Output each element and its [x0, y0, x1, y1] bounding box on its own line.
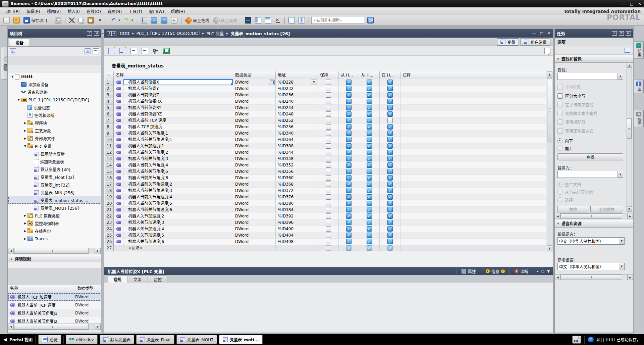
comment-cell[interactable] [400, 117, 546, 124]
comment-cell[interactable] [400, 86, 546, 92]
in-hmi-checkbox[interactable] [387, 220, 393, 225]
comment-cell[interactable] [400, 181, 546, 188]
tree-item-14[interactable]: 变量表_int [32] [8, 181, 101, 189]
tag-name-cell[interactable]: 机器人当前位姿RY [123, 105, 233, 111]
table-row[interactable]: 1机器人当前位姿XDWord%ID228▼ [105, 79, 546, 86]
retain-checkbox[interactable] [326, 245, 331, 251]
edit-doc-icon[interactable] [544, 48, 550, 54]
retain-checkbox[interactable] [326, 175, 331, 181]
tag-name-cell[interactable]: 机器人关节加速度J3 [123, 219, 233, 226]
tag-name-cell[interactable]: 机器人当前关节角度J6 [123, 175, 233, 181]
retain-checkbox[interactable] [326, 201, 331, 206]
datatype-cell[interactable]: DWord [233, 149, 276, 156]
comment-cell[interactable] [400, 149, 546, 156]
datatype-cell[interactable]: DWord [233, 219, 276, 226]
from-hmi-checkbox[interactable] [346, 213, 352, 219]
tree-item-11[interactable]: 添加新变量表 [8, 158, 101, 165]
datatype-cell[interactable]: DWord [233, 156, 276, 162]
tag-name-cell[interactable]: 机器人当前位姿X [123, 79, 233, 86]
search-input[interactable] [313, 18, 363, 23]
from-hmi-checkbox[interactable] [346, 105, 352, 110]
insert-row-button[interactable] [118, 47, 127, 55]
datatype-cell[interactable]: DWord [233, 188, 276, 194]
col-address[interactable]: 地址 [276, 71, 318, 79]
editor-dock-icon[interactable]: ▮ [107, 31, 112, 36]
grid-vscrollbar[interactable]: ▲ ▼ [547, 71, 552, 251]
datatype-cell[interactable]: DWord [233, 117, 276, 124]
menu-item-0[interactable]: 项目(P) [3, 8, 23, 15]
table-row[interactable]: 10机器人当前关节角速度J1DWord%ID364 [105, 137, 546, 143]
chevron-down-icon[interactable]: ▼ [618, 73, 623, 80]
cut-button[interactable] [68, 16, 76, 24]
table-row[interactable]: 22机器人关节加速度J2DWord%ID392 [105, 213, 546, 219]
in-hmi-checkbox[interactable] [387, 92, 393, 98]
in-hmi-checkbox[interactable] [387, 105, 393, 110]
datatype-cell[interactable]: DWord [233, 79, 276, 86]
tree-item-21[interactable]: ▶Traces [8, 235, 101, 243]
address-cell[interactable]: %ID340 [276, 130, 318, 137]
from-hmi-checkbox[interactable] [346, 99, 352, 104]
chevron-expanded-icon[interactable]: ▼ [16, 98, 21, 101]
in-hmi-checkbox[interactable] [387, 137, 393, 142]
tag-name-cell[interactable]: 机器人当前位姿RZ [123, 111, 233, 117]
address-cell[interactable]: %ID248 [276, 111, 318, 117]
expand-panel-icon[interactable]: ▶ [626, 31, 631, 36]
in-hmi-checkbox[interactable] [387, 233, 393, 238]
close-editor-button[interactable] [274, 16, 282, 24]
datatype-cell[interactable]: DWord [233, 181, 276, 188]
menu-item-1[interactable]: 编辑(E) [23, 8, 44, 15]
in-hmi-checkbox[interactable] [387, 226, 393, 232]
menu-item-5[interactable]: 选项(N) [104, 8, 125, 15]
address-cell[interactable] [276, 245, 318, 251]
from-hmi-checkbox[interactable] [346, 201, 352, 206]
in-hmi-checkbox[interactable] [387, 99, 393, 104]
from-hmi-2-checkbox[interactable] [367, 201, 372, 206]
address-cell[interactable]: %ID404 [276, 232, 318, 239]
retain-checkbox[interactable] [326, 182, 331, 187]
from-hmi-2-checkbox[interactable] [367, 137, 372, 142]
datatype-cell[interactable]: DWord [233, 92, 276, 98]
chevron-collapsed-icon[interactable]: ▶ [23, 230, 28, 233]
comment-cell[interactable] [400, 194, 546, 200]
tree-item-13[interactable]: 变量表_Float [32] [8, 173, 101, 181]
taskbar-button-1[interactable]: elite-dev [66, 335, 98, 344]
table-row[interactable]: 8机器人 TCP 加速度DWord%ID256 [105, 124, 546, 130]
taskbar-button-2[interactable]: 默认变量表 [100, 335, 134, 344]
subtab-常规[interactable]: 常规 [108, 276, 127, 283]
tag-name-cell[interactable]: 机器人关节加速度J6 [123, 239, 233, 245]
datatype-cell[interactable]: DWord [233, 143, 276, 149]
retain-checkbox[interactable] [326, 213, 331, 219]
tree-item-6[interactable]: ▶程序块 [8, 119, 101, 127]
address-cell[interactable]: %ID408 [276, 239, 318, 245]
table-row[interactable]: 2机器人当前位姿YDWord%ID232 [105, 86, 546, 92]
col-name[interactable]: 名称 [114, 71, 233, 79]
collapse-tree-icon[interactable]: ◀ [101, 30, 104, 36]
in-hmi-checkbox[interactable] [387, 156, 393, 161]
from-hmi-2-checkbox[interactable] [367, 207, 372, 212]
tag-name-editbox[interactable]: 机器人当前位姿X [123, 79, 233, 85]
scroll-down-icon[interactable]: ▼ [627, 207, 632, 212]
checkbox[interactable] [557, 102, 563, 107]
col-from-hmi-1[interactable]: 从 H... [339, 71, 359, 79]
datatype-cell[interactable]: DWord [233, 175, 276, 181]
scroll-left-icon[interactable]: ◀ [555, 213, 560, 219]
tab-plc-programming[interactable]: PLC 编程 [1, 47, 8, 80]
menu-item-3[interactable]: 插入(I) [64, 8, 83, 15]
col-datatype[interactable]: 数据类型 [233, 71, 276, 79]
comment-cell[interactable] [400, 232, 546, 239]
address-cell[interactable]: %ID252 [276, 117, 318, 124]
from-hmi-2-checkbox[interactable] [367, 118, 372, 123]
comment-cell[interactable] [400, 98, 546, 105]
from-hmi-checkbox[interactable] [346, 194, 352, 200]
address-cell[interactable]: %ID392 [276, 213, 318, 219]
editor-minimize-icon[interactable]: — [532, 31, 536, 36]
tree-item-5[interactable]: 在线和诊断 [8, 111, 101, 119]
from-hmi-2-checkbox[interactable] [367, 175, 372, 181]
menu-item-7[interactable]: 窗口(W) [146, 8, 167, 15]
tag-name-cell[interactable]: 机器人当前关节角速度J3 [123, 188, 233, 194]
radio-button[interactable] [557, 146, 562, 151]
tree-item-8[interactable]: ▶外部源文件 [8, 135, 101, 142]
retain-checkbox[interactable] [326, 150, 331, 155]
from-hmi-2-checkbox[interactable] [367, 131, 372, 136]
comment-cell[interactable] [400, 175, 546, 181]
